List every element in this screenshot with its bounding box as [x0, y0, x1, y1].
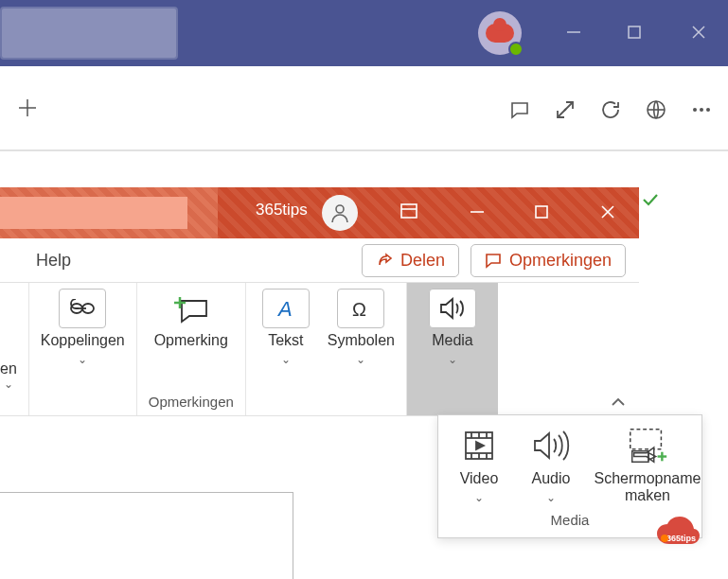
add-tab-button[interactable]: [15, 96, 40, 120]
share-button[interactable]: Delen: [362, 244, 459, 277]
ribbon-button-media[interactable]: Media ⌄: [424, 289, 481, 366]
refresh-icon[interactable]: [597, 96, 624, 123]
cloud-icon: [486, 24, 514, 43]
teams-tab-actions-bar: [0, 66, 728, 151]
comments-button[interactable]: Opmerkingen: [471, 244, 626, 277]
check-icon: [642, 193, 659, 206]
ribbon-label: Opmerking: [154, 332, 228, 349]
account-label: 365tips: [256, 201, 308, 219]
media-label: Schermopname maken: [595, 470, 701, 503]
powerpoint-window: 365tips Help Delen Opmerkingen: [0, 187, 639, 416]
ribbon-group-opmerkingen: Opmerking Opmerkingen: [137, 283, 246, 415]
365tips-badge: 365tips: [655, 516, 714, 555]
ribbon-group-links: Koppelingen ⌄: [29, 283, 137, 415]
media-label: Audio: [532, 470, 571, 487]
chevron-down-icon: ⌄: [448, 353, 457, 366]
ribbon-button-koppelingen[interactable]: Koppelingen ⌄: [41, 289, 125, 366]
comments-label: Opmerkingen: [509, 251, 612, 271]
media-item-schermopname[interactable]: Schermopname maken: [595, 425, 700, 504]
svg-text:A: A: [276, 297, 293, 321]
chevron-down-icon: ⌄: [474, 491, 484, 504]
ribbon-label: Symbolen: [328, 332, 395, 349]
audio-icon: [528, 425, 574, 466]
svg-point-38: [661, 535, 668, 542]
svg-text:Ω: Ω: [352, 299, 366, 320]
media-item-video[interactable]: Video ⌄: [452, 425, 506, 504]
video-icon: [456, 425, 502, 466]
teams-minimize-button[interactable]: [560, 19, 587, 45]
svg-rect-33: [630, 430, 662, 449]
powerpoint-title-bar: 365tips: [0, 187, 639, 238]
ribbon-button-symbolen[interactable]: Ω Symbolen ⌄: [328, 289, 395, 366]
chevron-down-icon: ⌄: [546, 491, 556, 504]
chevron-down-icon: ⌄: [356, 353, 365, 366]
svg-point-8: [700, 108, 703, 112]
svg-rect-11: [401, 204, 417, 218]
teams-maximize-button[interactable]: [621, 19, 648, 45]
powerpoint-tab-row: Help Delen Opmerkingen: [0, 238, 639, 282]
share-label: Delen: [400, 251, 445, 271]
pp-minimize-button[interactable]: [466, 201, 488, 223]
chevron-down-icon: ⌄: [4, 377, 13, 391]
presence-available-icon: [508, 42, 524, 57]
ribbon-button-tekst[interactable]: A Tekst ⌄: [257, 289, 314, 366]
svg-text:365tips: 365tips: [666, 534, 696, 543]
screen-recording-icon: [625, 425, 670, 466]
pp-close-button[interactable]: [596, 201, 619, 223]
powerpoint-ribbon: en ⌄ Koppelingen ⌄: [0, 282, 639, 416]
teams-profile-avatar[interactable]: [478, 11, 522, 55]
omega-icon: Ω: [337, 289, 384, 328]
link-icon: [59, 289, 106, 328]
ribbon-label: Koppelingen: [41, 332, 125, 349]
media-label: Video: [460, 470, 499, 487]
teams-search-input[interactable]: [0, 7, 178, 60]
svg-point-7: [693, 108, 697, 112]
expand-icon[interactable]: [552, 96, 578, 123]
speaker-icon: [429, 289, 476, 328]
tab-help[interactable]: Help: [36, 251, 71, 271]
globe-icon[interactable]: [643, 96, 669, 123]
svg-point-10: [336, 205, 344, 213]
pp-maximize-button[interactable]: [530, 201, 553, 223]
media-popup-caption: Media: [452, 512, 688, 532]
svg-rect-1: [629, 26, 640, 38]
ribbon-display-button[interactable]: [398, 201, 420, 223]
teams-title-bar: [0, 0, 728, 66]
ribbon-group-partial: en ⌄: [0, 283, 29, 415]
ribbon-label: Media: [432, 332, 473, 349]
ribbon-group-media: Media ⌄: [407, 283, 498, 415]
ribbon-label: Tekst: [268, 332, 303, 349]
account-avatar[interactable]: [322, 195, 358, 231]
text-icon: A: [262, 289, 310, 328]
comment-plus-icon: [168, 289, 215, 328]
more-icon[interactable]: [688, 96, 715, 123]
slide-canvas-fragment[interactable]: [0, 492, 293, 579]
svg-rect-14: [536, 206, 547, 218]
collapse-ribbon-button[interactable]: [611, 396, 626, 408]
chevron-down-icon: ⌄: [281, 353, 291, 366]
ribbon-group-text-symbols: A Tekst ⌄ Ω Symbolen ⌄: [246, 283, 407, 415]
teams-close-button[interactable]: [685, 19, 712, 45]
ribbon-button-opmerking[interactable]: Opmerking: [154, 289, 228, 349]
presentation-title-input[interactable]: [0, 197, 187, 229]
svg-point-9: [706, 108, 710, 112]
ribbon-partial-label: en: [0, 360, 17, 377]
chat-icon[interactable]: [506, 96, 533, 123]
ribbon-group-caption: Opmerkingen: [149, 394, 234, 413]
media-item-audio[interactable]: Audio ⌄: [524, 425, 578, 504]
teams-tab-tools: [506, 96, 715, 123]
chevron-down-icon: ⌄: [78, 353, 87, 366]
